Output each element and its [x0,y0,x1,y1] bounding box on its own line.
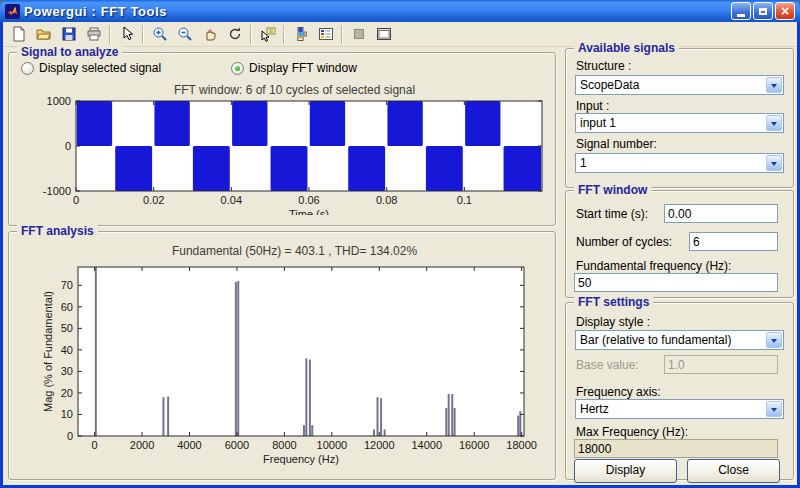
svg-text:50: 50 [61,322,73,334]
fundamental-frequency-label: Fundamental frequency (Hz): [576,259,731,273]
display-fft-window-radio[interactable]: Display FFT window [231,61,357,75]
svg-text:12000: 12000 [364,439,395,451]
signal-number-select[interactable]: 1 [575,153,784,173]
radio-on-icon [231,62,244,75]
toolbar-separator [109,25,111,44]
svg-text:16000: 16000 [459,439,490,451]
radio-label: Display selected signal [39,61,161,75]
zoom-in-icon[interactable] [147,23,172,46]
fundamental-frequency-field[interactable] [574,273,778,292]
radio-label: Display FFT window [249,61,357,75]
available-signals-title: Available signals [574,41,679,55]
fft-analysis-group: FFT analysis Fundamental (50Hz) = 403.1 … [8,231,556,480]
toolbar-separator [250,25,252,44]
svg-text:0.08: 0.08 [376,194,397,206]
chevron-down-icon[interactable] [766,332,782,348]
radio-off-icon [21,62,34,75]
svg-text:20: 20 [61,387,73,399]
frequency-axis-value: Hertz [580,402,609,416]
signal-group-title: Signal to analyze [17,45,122,59]
svg-text:30: 30 [61,365,73,377]
signal-to-analyze-group: Signal to analyze Display selected signa… [8,52,556,226]
powergui-fft-window: Powergui : FFT Tools × Signal to analyze… [0,0,800,488]
svg-text:8000: 8000 [272,439,296,451]
data-cursor-icon[interactable] [255,23,280,46]
structure-select[interactable]: ScopeData [575,75,784,95]
svg-text:10: 10 [61,408,73,420]
svg-text:0.1: 0.1 [457,194,472,206]
signal-plot-title: FFT window: 6 of 10 cycles of selected s… [41,83,548,97]
input-value: input 1 [580,116,616,130]
svg-text:0: 0 [73,194,79,206]
structure-label: Structure : [576,59,631,73]
chevron-down-icon[interactable] [766,155,782,171]
svg-text:14000: 14000 [411,439,442,451]
close-dialog-button[interactable]: Close [687,459,780,483]
signal-number-label: Signal number: [576,137,657,151]
frequency-axis-select[interactable]: Hertz [575,399,784,419]
svg-text:1000: 1000 [47,97,71,107]
fft-plot-title: Fundamental (50Hz) = 403.1 , THD= 134.02… [41,244,548,258]
toolbar-separator [283,25,285,44]
start-time-field[interactable] [664,204,778,223]
window-title: Powergui : FFT Tools [24,4,729,19]
max-frequency-label: Max Frequency (Hz): [576,425,688,439]
toolbar-separator [142,25,144,44]
svg-text:0.06: 0.06 [298,194,319,206]
svg-text:Frequency (Hz): Frequency (Hz) [263,453,339,465]
svg-text:Time (s): Time (s) [289,208,329,215]
svg-text:0.02: 0.02 [143,194,164,206]
svg-text:40: 40 [61,344,73,356]
signal-plot: 00.020.040.060.080.1-100001000Time (s) [41,97,548,215]
title-bar[interactable]: Powergui : FFT Tools × [0,0,800,22]
frequency-axis-label: Frequency axis: [576,385,661,399]
svg-text:4000: 4000 [177,439,201,451]
brush-disabled-icon [346,23,371,46]
base-value-label: Base value: [576,358,639,372]
colorbar-icon[interactable] [288,23,313,46]
close-button[interactable]: × [775,2,795,20]
svg-text:6000: 6000 [225,439,249,451]
display-style-select[interactable]: Bar (relative to fundamental) [575,330,784,350]
available-signals-group: Available signals Structure : ScopeData … [565,48,794,188]
chevron-down-icon[interactable] [766,401,782,417]
axes-window-icon[interactable] [371,23,396,46]
svg-text:0.04: 0.04 [221,194,242,206]
svg-text:2000: 2000 [130,439,154,451]
chevron-down-icon[interactable] [766,77,782,93]
svg-text:70: 70 [61,279,73,291]
print-icon[interactable] [81,23,106,46]
save-icon[interactable] [56,23,81,46]
zoom-out-icon[interactable] [172,23,197,46]
rotate-3d-icon[interactable] [222,23,247,46]
input-select[interactable]: input 1 [575,113,784,133]
fft-settings-group: FFT settings Display style : Bar (relati… [565,302,794,480]
svg-text:0: 0 [67,430,73,442]
display-selected-signal-radio[interactable]: Display selected signal [21,61,161,75]
open-folder-icon[interactable] [31,23,56,46]
cursor-icon[interactable] [114,23,139,46]
toolbar-separator [341,25,343,44]
matlab-icon [5,4,20,19]
input-label: Input : [576,99,609,113]
max-frequency-field[interactable] [574,439,778,458]
insert-legend-icon[interactable] [313,23,338,46]
fft-window-group: FFT window Start time (s): Number of cyc… [565,190,794,298]
structure-value: ScopeData [580,78,639,92]
svg-text:18000: 18000 [506,439,537,451]
pan-hand-icon[interactable] [197,23,222,46]
fft-group-title: FFT analysis [17,224,98,238]
new-document-icon[interactable] [6,23,31,46]
display-button[interactable]: Display [574,459,677,483]
base-value-field [664,355,778,374]
fft-plot: 0200040006000800010000120001400016000180… [41,259,548,473]
svg-text:0: 0 [65,140,71,152]
chevron-down-icon[interactable] [766,115,782,131]
signal-number-value: 1 [580,156,587,170]
maximize-button[interactable] [753,2,773,20]
minimize-button[interactable] [731,2,751,20]
svg-text:Mag (% of Fundamental): Mag (% of Fundamental) [42,291,54,412]
display-style-label: Display style : [576,315,650,329]
fft-settings-title: FFT settings [574,295,653,309]
cycles-field[interactable] [689,232,778,251]
